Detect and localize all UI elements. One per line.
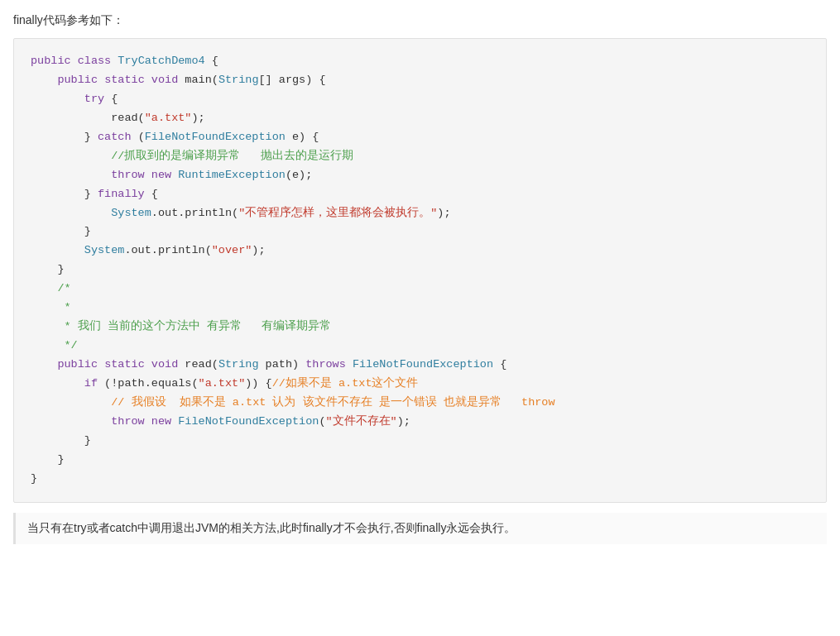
note-text: 当只有在try或者catch中调用退出JVM的相关方法,此时finally才不会… xyxy=(27,521,516,534)
code-block: public class TryCatchDemo4 { public stat… xyxy=(13,38,827,503)
intro-text: finally代码参考如下： xyxy=(13,13,827,28)
note-block: 当只有在try或者catch中调用退出JVM的相关方法,此时finally才不会… xyxy=(13,513,827,544)
